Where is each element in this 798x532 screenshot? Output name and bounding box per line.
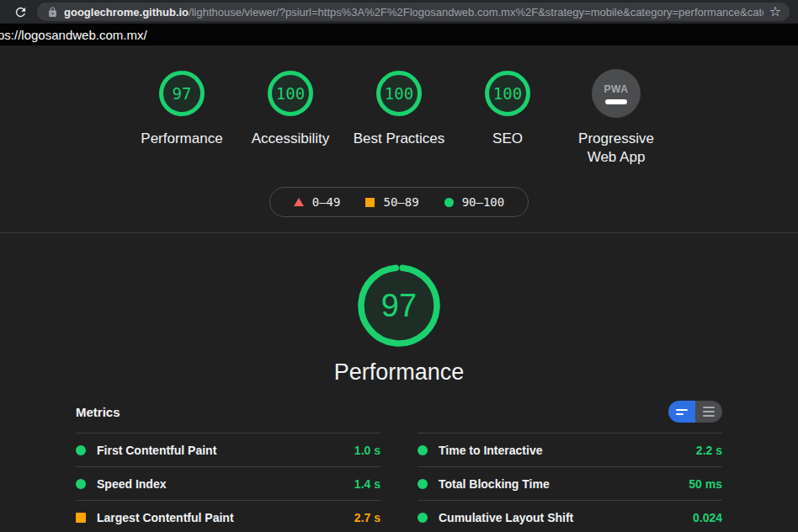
address-path: /lighthouse/viewer/?psiurl=https%3A%2F%2… (189, 6, 763, 19)
browser-toolbar: googlechrome.github.io/lighthouse/viewer… (0, 0, 798, 24)
scores-legend: 0–49 50–89 90–100 (269, 187, 529, 217)
metric-rating-icon (418, 513, 428, 523)
metric-label: Total Blocking Time (439, 477, 678, 491)
metric-value: 50 ms (689, 477, 722, 491)
metric-rating-icon (76, 445, 86, 455)
metric-rating-icon (76, 513, 86, 523)
legend-fail: 0–49 (294, 195, 341, 209)
metric-rating-icon (76, 479, 86, 489)
score-item-best-practices[interactable]: 100 Best Practices (349, 69, 450, 167)
legend-average-label: 50–89 (383, 195, 418, 209)
score-item-performance[interactable]: 97 Performance (132, 69, 232, 167)
line-icon (703, 411, 715, 412)
metrics-heading: Metrics (76, 405, 120, 419)
legend-pass: 90–100 (444, 195, 505, 209)
metric-row-largest-contentful-paint: Largest Contentful Paint 2.7 s (76, 501, 380, 532)
metrics-grid: First Contentful Paint 1.0 s Speed Index… (76, 433, 722, 532)
metric-value: 2.7 s (354, 511, 380, 524)
category-title: Performance (0, 359, 798, 386)
metric-label: Cumulative Layout Shift (439, 511, 682, 524)
reload-icon (13, 5, 28, 19)
score-label: Best Practices (354, 130, 445, 148)
line-icon (703, 415, 715, 417)
fail-triangle-icon (294, 198, 304, 206)
pass-circle-icon (444, 198, 454, 207)
category-gauge: 97 (355, 262, 443, 349)
line-icon (703, 407, 715, 408)
scores-row: 97 Performance 100 Accessibility 100 Bes… (0, 69, 798, 167)
pwa-logo-text: PWA (604, 83, 629, 95)
metric-row-total-blocking-time: Total Blocking Time 50 ms (418, 467, 722, 501)
toggle-list-view-button[interactable] (695, 401, 722, 423)
viewer-url-bar: ps://logosandweb.com.mx/ (0, 24, 798, 45)
score-gauge: 100 (375, 69, 423, 118)
average-square-icon (365, 198, 375, 207)
metrics-column-right: Time to Interactive 2.2 s Total Blocking… (418, 433, 722, 532)
metric-row-first-contentful-paint: First Contentful Paint 1.0 s (76, 434, 380, 467)
legend-average: 50–89 (365, 195, 418, 209)
metrics-column-left: First Contentful Paint 1.0 s Speed Index… (76, 433, 380, 532)
score-item-accessibility[interactable]: 100 Accessibility (241, 69, 341, 167)
legend-pass-label: 90–100 (462, 195, 505, 209)
metric-value: 0.024 (693, 511, 722, 524)
category-score: 97 (355, 262, 443, 349)
score-label: SEO (492, 130, 523, 148)
metric-value: 1.0 s (354, 444, 380, 457)
metric-row-speed-index: Speed Index 1.4 s (76, 467, 380, 501)
metric-row-cumulative-layout-shift: Cumulative Layout Shift 0.024 (418, 501, 722, 532)
address-domain: googlechrome.github.io (64, 6, 189, 19)
bookmark-star-icon[interactable]: ☆ (769, 5, 781, 19)
metric-rating-icon (418, 445, 428, 455)
scores-header: 97 Performance 100 Accessibility 100 Bes… (0, 45, 798, 233)
metric-label: Time to Interactive (439, 444, 685, 457)
pwa-badge-icon: PWA (592, 69, 641, 118)
pwa-dash-icon (605, 99, 627, 104)
lock-icon (47, 7, 58, 18)
metric-label: First Contentful Paint (97, 444, 343, 457)
line-icon (676, 413, 684, 415)
reload-button[interactable] (12, 3, 29, 20)
metric-value: 1.4 s (354, 477, 380, 491)
score-item-pwa[interactable]: PWA Progressive Web App (567, 69, 667, 167)
metric-label: Speed Index (97, 477, 343, 491)
score-value: 100 (266, 69, 315, 118)
metric-value: 2.2 s (696, 444, 722, 457)
metric-label: Largest Contentful Paint (97, 511, 343, 524)
score-label: Progressive Web App (567, 130, 667, 167)
page-url: ps://logosandweb.com.mx/ (0, 28, 147, 42)
score-gauge: 100 (483, 69, 532, 118)
score-value: 97 (157, 69, 206, 118)
metric-row-time-to-interactive: Time to Interactive 2.2 s (418, 434, 722, 467)
score-label: Accessibility (252, 130, 330, 148)
score-gauge: 100 (266, 69, 315, 118)
metric-rating-icon (418, 479, 428, 489)
score-value: 100 (375, 69, 423, 118)
toggle-condensed-view-button[interactable] (668, 401, 695, 423)
address-bar[interactable]: googlechrome.github.io/lighthouse/viewer… (37, 3, 790, 21)
score-item-seo[interactable]: 100 SEO (458, 69, 558, 167)
address-url: googlechrome.github.io/lighthouse/viewer… (64, 6, 763, 19)
legend-fail-label: 0–49 (312, 195, 341, 209)
score-label: Performance (141, 130, 222, 148)
metrics-header: Metrics (76, 401, 722, 423)
line-icon (676, 409, 688, 411)
metrics-section: Metrics First Contentful Paint 1.0 s Spe… (76, 401, 722, 532)
performance-category-header: 97 Performance (0, 233, 798, 386)
score-value: 100 (483, 69, 532, 118)
metrics-view-toggle (668, 401, 722, 423)
score-gauge: 97 (157, 69, 206, 118)
